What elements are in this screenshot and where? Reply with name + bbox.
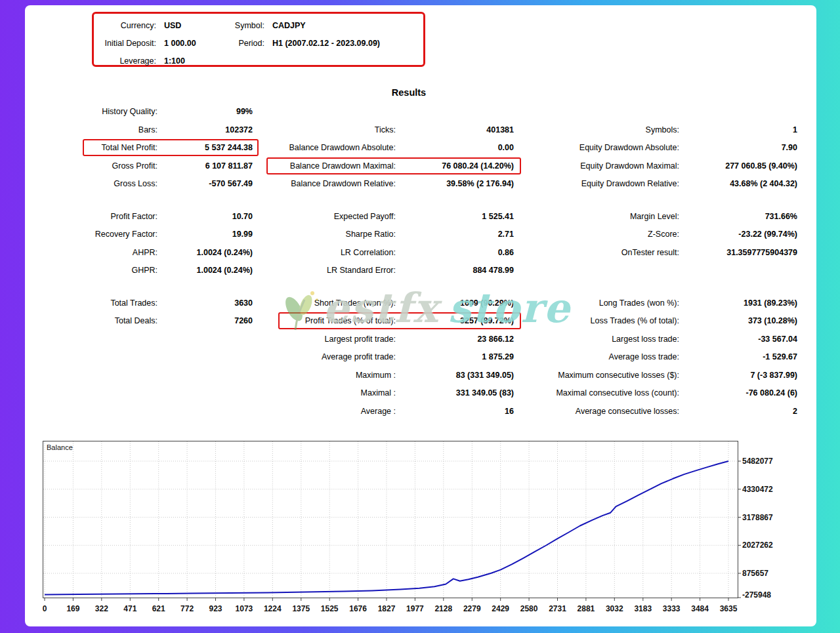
stat-label: Average : [253, 403, 396, 421]
stat-value: 5 537 244.38 [158, 139, 253, 157]
x-tick-label: 2881 [578, 604, 595, 613]
stat-label: Expected Payoff: [253, 208, 396, 226]
stat-value: 1 875.29 [396, 348, 514, 367]
x-tick-label: 471 [123, 604, 136, 613]
stat-label: Gross Loss: [39, 175, 158, 194]
stat-label: Total Deals: [39, 312, 158, 331]
stat-label: GHPR: [39, 262, 158, 280]
stat-value: 731.66% [679, 208, 797, 226]
stat-value: -76 080.24 (6) [679, 384, 797, 403]
stats-row: Largest profit trade:23 866.12Largest lo… [39, 331, 797, 349]
stat-value: 2 [679, 403, 797, 421]
initial-deposit-value: 1 000.00 [156, 35, 228, 52]
x-tick-label: 2429 [492, 604, 509, 613]
stat-value: 76 080.24 (14.20%) [396, 157, 514, 176]
stat-value: 1 [679, 121, 797, 140]
stat-label: History Quality: [39, 103, 158, 121]
currency-value: USD [156, 17, 228, 35]
stat-value: 1.0024 (0.24%) [158, 244, 253, 262]
stats-row: Maximal :331 349.05 (83)Maximal consecut… [39, 384, 797, 403]
stat-value: 373 (10.28%) [679, 312, 797, 331]
stat-label: Maximum consecutive losses ($): [514, 367, 679, 385]
stat-label: Maximal consecutive loss (count): [514, 384, 679, 403]
stat-label: OnTester result: [514, 244, 679, 262]
stat-value: 1.0024 (0.24%) [158, 262, 253, 280]
stat-label: Equity Drawdown Relative: [514, 175, 679, 194]
x-tick-label: 0 [43, 604, 47, 613]
stat-label: Average loss trade: [514, 348, 679, 367]
x-tick-label: 169 [66, 604, 79, 613]
stats-row: AHPR:1.0024 (0.24%)LR Correlation:0.86On… [39, 244, 797, 262]
stat-label: Average profit trade: [253, 348, 396, 367]
x-tick-label: 2279 [463, 604, 481, 613]
y-tick-label: 5482077 [742, 457, 773, 466]
x-tick-label: 1676 [349, 604, 367, 613]
y-tick-label: -275948 [742, 590, 771, 600]
x-tick-label: 2731 [549, 604, 566, 613]
stat-value [158, 403, 253, 421]
stat-label: LR Correlation: [253, 244, 396, 262]
stat-value: 3257 (89.72%) [396, 312, 514, 331]
stat-value: 3630 [158, 295, 253, 313]
chart-title: Balance [47, 443, 73, 451]
stats-row: Total Trades:3630Short Trades (won %):16… [39, 295, 797, 313]
stat-value: -1 529.67 [679, 348, 797, 367]
stat-value [158, 348, 253, 367]
stats-row: Gross Profit:6 107 811.87Balance Drawdow… [39, 157, 797, 176]
stat-value: 401381 [396, 121, 514, 140]
stat-value: 16 [396, 403, 514, 421]
stat-label [253, 103, 396, 121]
stat-label [39, 384, 158, 403]
x-tick-label: 1525 [321, 604, 339, 613]
period-label: Period: [228, 35, 264, 52]
stats-row: Recovery Factor:19.99Sharpe Ratio:2.71Z-… [39, 226, 797, 244]
stats-row: Average profit trade:1 875.29Average los… [39, 348, 797, 367]
stat-value: 884 478.99 [396, 262, 514, 280]
x-tick-label: 2580 [520, 604, 538, 613]
leverage-label: Leverage: [94, 52, 156, 70]
stats-row: GHPR:1.0024 (0.24%)LR Standard Error:884… [39, 262, 797, 280]
stat-value: 0.86 [396, 244, 514, 262]
period-value: H1 (2007.02.12 - 2023.09.09) [264, 35, 423, 52]
stat-label: Gross Profit: [39, 157, 158, 176]
stat-value: 23 866.12 [396, 331, 514, 349]
symbol-label: Symbol: [228, 17, 264, 35]
x-tick-label: 772 [180, 604, 194, 613]
stat-label: Ticks: [253, 121, 396, 140]
stat-value: 277 060.85 (9.40%) [679, 157, 797, 176]
stat-label: Maximum : [253, 367, 396, 385]
stat-label [514, 262, 679, 280]
stat-value: 2.71 [396, 226, 514, 244]
stat-value: 31.3597775904379 [679, 244, 797, 262]
x-tick-label: 3333 [663, 604, 681, 613]
stat-label: Loss Trades (% of total): [514, 312, 679, 331]
x-tick-label: 621 [152, 604, 165, 613]
stat-value: -570 567.49 [158, 175, 253, 194]
stat-label: Z-Score: [514, 226, 679, 244]
stat-label: Equity Drawdown Maximal: [514, 157, 679, 176]
stats-table: History Quality:99%Bars:102372Ticks:4013… [39, 103, 797, 420]
stat-label: Total Trades: [39, 295, 158, 313]
stat-label [39, 348, 158, 367]
x-tick-label: 1224 [264, 604, 282, 613]
stat-value: 10.70 [158, 208, 253, 226]
chart-y-axis: 5482077433047231788672027262875657-27594… [742, 441, 805, 605]
stat-value [396, 103, 514, 121]
stat-value: 1 525.41 [396, 208, 514, 226]
stat-label [39, 367, 158, 385]
stat-value [679, 262, 797, 280]
currency-label: Currency: [94, 17, 156, 35]
stat-value: 1699 (90.29%) [396, 295, 514, 313]
x-tick-label: 1827 [378, 604, 396, 613]
stat-value [158, 384, 253, 403]
stat-value: 6 107 811.87 [158, 157, 253, 176]
stat-value: 99% [158, 103, 253, 121]
x-tick-label: 3635 [720, 604, 738, 613]
stat-label: Bars: [39, 121, 158, 140]
symbol-value: CADJPY [264, 17, 423, 35]
stat-label: Total Net Profit: [39, 139, 158, 157]
stat-label: Recovery Factor: [39, 226, 158, 244]
stat-label: Long Trades (won %): [514, 295, 679, 313]
stat-label: Maximal : [253, 384, 396, 403]
stats-row: Profit Factor:10.70Expected Payoff:1 525… [39, 208, 797, 226]
